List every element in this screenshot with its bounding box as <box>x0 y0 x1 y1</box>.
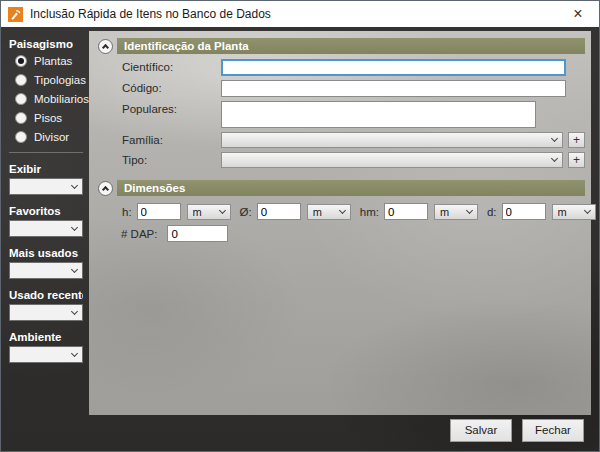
filter-label-mais-usados: Mais usados <box>9 247 83 259</box>
chevron-down-icon <box>71 181 78 188</box>
radio-icon <box>15 93 27 105</box>
chevron-up-icon <box>102 185 109 192</box>
d-label: d: <box>487 206 497 218</box>
save-button[interactable]: Salvar <box>450 419 512 442</box>
populares-input[interactable] <box>221 101 536 128</box>
populares-row: Populares: <box>122 101 585 128</box>
codigo-row: Código: <box>122 80 585 97</box>
h-unit-dropdown[interactable]: m <box>187 204 231 220</box>
collapse-icon[interactable] <box>98 39 113 54</box>
cientifico-row: Científico: <box>122 59 585 76</box>
radio-icon <box>15 74 27 86</box>
radio-divisor[interactable]: Divisor <box>15 130 83 143</box>
radio-plantas[interactable]: Plantas <box>15 54 83 67</box>
familia-dropdown[interactable] <box>221 132 563 148</box>
chevron-down-icon <box>71 265 78 272</box>
chevron-down-icon <box>551 135 558 142</box>
main-panel: Identificação da Planta Científico: Códi… <box>89 31 591 415</box>
title-bar: Inclusão Rápida de Itens no Banco de Dad… <box>1 1 599 27</box>
dropdown-value: m <box>193 206 202 218</box>
close-icon[interactable]: × <box>557 1 599 27</box>
favoritos-dropdown[interactable] <box>9 220 83 237</box>
diameter-input[interactable] <box>257 203 301 220</box>
populares-label: Populares: <box>122 101 221 115</box>
tipo-row: Tipo: + <box>122 152 585 168</box>
radio-label: Divisor <box>34 131 69 143</box>
sidebar-divider <box>9 152 83 153</box>
d-input[interactable] <box>502 203 546 220</box>
identification-section-header: Identificação da Planta <box>98 38 585 54</box>
filter-label-favoritos: Favoritos <box>9 205 83 217</box>
chevron-down-icon <box>583 206 590 213</box>
hm-label: hm: <box>360 206 379 218</box>
radio-label: Pisos <box>34 112 62 124</box>
section-title: Identificação da Planta <box>117 38 585 54</box>
h-label: h: <box>122 206 132 218</box>
chevron-down-icon <box>71 349 78 356</box>
section-title: Dimensões <box>117 180 585 196</box>
category-heading: Paisagismo <box>9 38 83 50</box>
diameter-unit-dropdown[interactable]: m <box>307 204 351 220</box>
codigo-label: Código: <box>122 80 221 94</box>
dimensions-section-header: Dimensões <box>98 180 585 196</box>
radio-label: Mobiliarios <box>34 93 89 105</box>
tipo-label: Tipo: <box>122 152 221 166</box>
chevron-down-icon <box>466 206 473 213</box>
radio-pisos[interactable]: Pisos <box>15 111 83 124</box>
hm-unit-dropdown[interactable]: m <box>434 204 478 220</box>
chevron-down-icon <box>339 206 346 213</box>
window-title: Inclusão Rápida de Itens no Banco de Dad… <box>30 7 271 21</box>
dap-input[interactable] <box>167 225 228 242</box>
app-icon <box>8 7 23 22</box>
dropdown-value: m <box>558 206 567 218</box>
usado-recentemente-dropdown[interactable] <box>9 304 83 321</box>
chevron-down-icon <box>551 155 558 162</box>
tipo-dropdown[interactable] <box>221 152 563 168</box>
radio-mobiliarios[interactable]: Mobiliarios <box>15 92 83 105</box>
add-familia-button[interactable]: + <box>568 132 585 148</box>
familia-row: Família: + <box>122 132 585 148</box>
radio-tipologias[interactable]: Tipologias <box>15 73 83 86</box>
cientifico-input[interactable] <box>221 59 566 76</box>
dropdown-value: m <box>313 206 322 218</box>
add-tipo-button[interactable]: + <box>568 152 585 168</box>
mais-usados-dropdown[interactable] <box>9 262 83 279</box>
filter-label-usado-recentemente: Usado recentem <box>9 289 83 301</box>
diameter-label: Ø: <box>240 206 252 218</box>
dialog-window: Inclusão Rápida de Itens no Banco de Dad… <box>0 0 600 452</box>
radio-icon <box>15 55 27 67</box>
radio-icon <box>15 131 27 143</box>
close-button[interactable]: Fechar <box>522 419 584 442</box>
chevron-down-icon <box>219 206 226 213</box>
hm-input[interactable] <box>384 203 428 220</box>
filter-label-exibir: Exibir <box>9 163 83 175</box>
sidebar: Paisagismo Plantas Tipologias Mobiliario… <box>1 27 89 451</box>
radio-icon <box>15 112 27 124</box>
dimensions-row: h: m Ø: m hm: m d: <box>122 203 585 220</box>
chevron-down-icon <box>71 223 78 230</box>
dap-row: # DAP: <box>121 225 585 242</box>
familia-label: Família: <box>122 132 221 146</box>
radio-label: Plantas <box>34 55 72 67</box>
ambiente-dropdown[interactable] <box>9 346 83 363</box>
h-input[interactable] <box>137 203 181 220</box>
dialog-body: Paisagismo Plantas Tipologias Mobiliario… <box>1 27 599 451</box>
radio-label: Tipologias <box>34 74 86 86</box>
chevron-down-icon <box>71 307 78 314</box>
cientifico-label: Científico: <box>122 59 221 73</box>
chevron-up-icon <box>102 43 109 50</box>
codigo-input[interactable] <box>221 80 566 97</box>
filter-label-ambiente: Ambiente <box>9 331 83 343</box>
d-unit-dropdown[interactable]: m <box>552 204 596 220</box>
exibir-dropdown[interactable] <box>9 178 83 195</box>
dropdown-value: m <box>440 206 449 218</box>
dap-label: # DAP: <box>121 228 157 240</box>
collapse-icon[interactable] <box>98 181 113 196</box>
